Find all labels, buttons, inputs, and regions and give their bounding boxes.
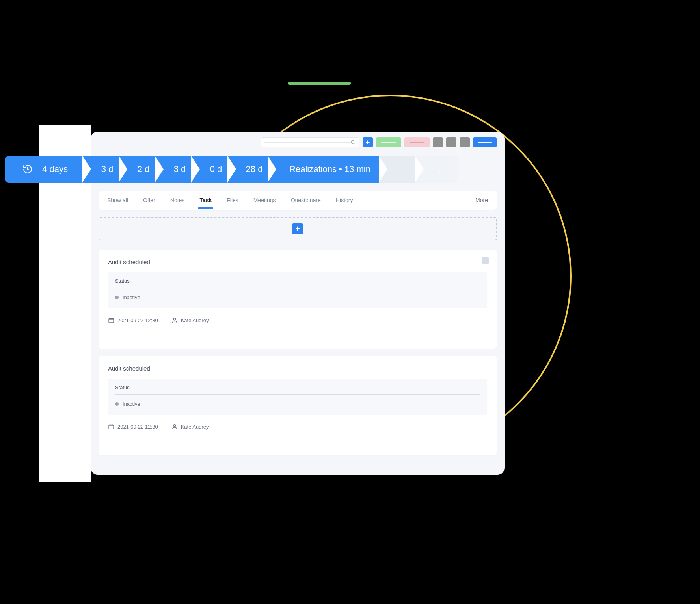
svg-point-0 [351, 140, 354, 143]
toolbar-square-2[interactable] [446, 137, 456, 147]
timeline-future-stage[interactable]: . [415, 156, 458, 183]
tab-meetings[interactable]: Meetings [253, 197, 276, 203]
user-icon [171, 423, 178, 430]
card-assignee: Kate Audrey [171, 317, 209, 323]
timeline-current-stage[interactable]: Realizations • 13 min [268, 156, 386, 183]
svg-point-6 [173, 318, 175, 320]
status-box: Status Inactive [108, 379, 487, 415]
action-pink-button[interactable] [404, 137, 430, 147]
status-row: Inactive [115, 401, 480, 407]
card-assignee: Kate Audrey [171, 423, 209, 430]
topbar: + [261, 137, 497, 147]
plus-icon: + [292, 223, 303, 234]
tab-task[interactable]: Task [199, 197, 212, 203]
add-button[interactable]: + [363, 137, 373, 147]
card-title: Audit scheduled [108, 365, 487, 372]
tabs-bar: Show all Offer Notes Task Files Meetings… [99, 191, 497, 210]
history-icon [22, 164, 33, 174]
timeline-stage-label: 3 d [163, 164, 191, 174]
card-assignee-value: Kate Audrey [181, 317, 209, 323]
card-date: 2021-09-22 12:30 [108, 317, 158, 323]
decorative-accent [288, 82, 351, 85]
card-assignee-value: Kate Audrey [181, 424, 209, 430]
search-input[interactable] [261, 137, 359, 147]
tabs-more[interactable]: More [475, 197, 488, 203]
timeline-current-label: Realizations • 13 min [278, 164, 375, 174]
stage-timeline: 4 days 3 d 2 d 3 d 0 d 28 d Realizations… [5, 156, 513, 183]
status-label: Status [115, 278, 480, 288]
add-item-strip[interactable]: + [99, 217, 497, 240]
tab-files[interactable]: Files [227, 197, 238, 203]
primary-action-button[interactable] [473, 137, 497, 147]
toolbar-square-1[interactable] [433, 137, 443, 147]
user-icon [171, 317, 178, 323]
status-value: Inactive [123, 401, 140, 407]
svg-point-11 [173, 425, 175, 427]
card-date-value: 2021-09-22 12:30 [117, 317, 158, 323]
app-window: + Show all Offer Notes Task Files Meetin… [91, 132, 505, 475]
status-box: Status Inactive [108, 272, 487, 308]
timeline-stage-label: 3 d [90, 164, 118, 174]
timeline-stage-label: 0 d [199, 164, 227, 174]
tab-show-all[interactable]: Show all [107, 197, 128, 203]
timeline-total[interactable]: 4 days [5, 156, 89, 183]
svg-rect-7 [109, 425, 114, 429]
card-title: Audit scheduled [108, 259, 487, 265]
status-dot-icon [115, 402, 119, 406]
calendar-icon [108, 423, 114, 430]
search-icon [350, 140, 356, 145]
status-label: Status [115, 384, 480, 395]
action-green-button[interactable] [376, 137, 401, 147]
svg-rect-2 [109, 318, 114, 323]
tab-notes[interactable]: Notes [170, 197, 185, 203]
svg-line-1 [354, 143, 355, 144]
card-date-value: 2021-09-22 12:30 [117, 424, 158, 430]
timeline-total-label: 4 days [37, 164, 73, 174]
status-value: Inactive [123, 295, 140, 300]
status-row: Inactive [115, 295, 480, 300]
task-card: Audit scheduled Status Inactive 2021-09-… [99, 250, 497, 349]
calendar-icon [108, 317, 114, 323]
tab-offer[interactable]: Offer [143, 197, 155, 203]
tab-questionare[interactable]: Questionare [291, 197, 321, 203]
timeline-stage-label: 2 d [127, 164, 155, 174]
card-menu-button[interactable] [482, 257, 489, 264]
tab-history[interactable]: History [336, 197, 353, 203]
timeline-stage-label: 28 d [235, 164, 268, 174]
toolbar-square-3[interactable] [460, 137, 470, 147]
card-meta: 2021-09-22 12:30 Kate Audrey [108, 423, 487, 430]
card-date: 2021-09-22 12:30 [108, 423, 158, 430]
task-card: Audit scheduled Status Inactive 2021-09-… [99, 356, 497, 455]
card-meta: 2021-09-22 12:30 Kate Audrey [108, 317, 487, 323]
status-dot-icon [115, 296, 119, 299]
